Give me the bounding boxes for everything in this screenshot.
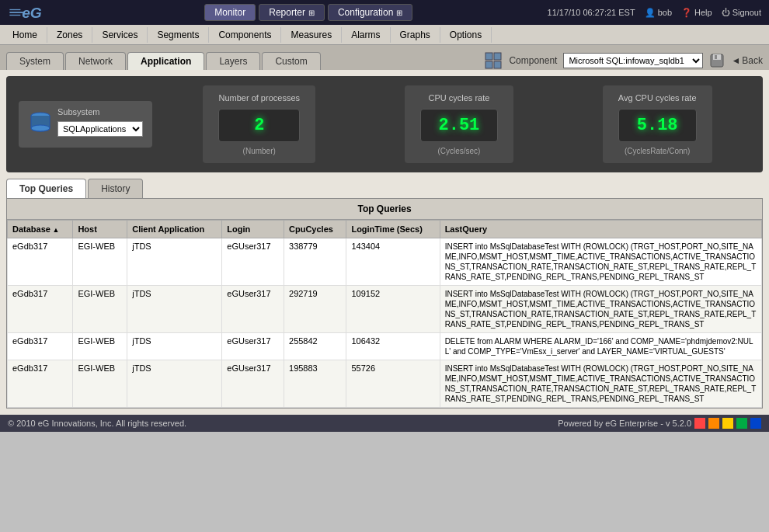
menu-components[interactable]: Components — [209, 27, 281, 43]
metric-panel-cpu-cycles: CPU cycles rate 2.51 (Cycles/sec) — [405, 85, 513, 163]
topbar-right: 11/17/10 06:27:21 EST 👤 bob ❓ Help ⏻ Sig… — [548, 8, 761, 18]
metric-value-processes: 2 — [254, 116, 264, 135]
reporter-button[interactable]: Reporter ⊞ — [259, 4, 325, 21]
menu-zones[interactable]: Zones — [47, 27, 92, 43]
subsystem-label: Subsystem — [57, 107, 143, 116]
cell-cpu-cycles: 292719 — [284, 286, 346, 333]
menu-measures[interactable]: Measures — [281, 27, 342, 43]
color-box-green — [736, 418, 747, 429]
component-select[interactable]: Microsoft SQL:infoway_sqldb1 — [563, 53, 703, 68]
col-host[interactable]: Host — [73, 221, 127, 238]
cell-database: eGdb317 — [8, 238, 73, 286]
menu-graphs[interactable]: Graphs — [391, 27, 440, 43]
cell-login-time: 106432 — [346, 333, 440, 360]
cell-login-time: 143404 — [346, 238, 440, 286]
logo: eG — [8, 2, 70, 23]
configuration-label: Configuration — [338, 7, 393, 18]
metric-title-avg-cpu: Avg CPU cycles rate — [618, 93, 697, 103]
cell-host: EGI-WEB — [73, 360, 127, 408]
signout-link[interactable]: ⏻ Signout — [722, 8, 761, 17]
tab-top-queries[interactable]: Top Queries — [6, 179, 86, 198]
reporter-label: Reporter — [269, 7, 305, 18]
configuration-button[interactable]: Configuration ⊞ — [328, 4, 412, 21]
component-area: Component Microsoft SQL:infoway_sqldb1 ◄… — [484, 51, 763, 70]
back-label: Back — [742, 55, 763, 66]
color-box-yellow — [722, 418, 733, 429]
tab-network[interactable]: Network — [65, 52, 126, 70]
signout-icon: ⏻ — [722, 8, 730, 17]
tab-custom[interactable]: Custom — [262, 52, 320, 70]
col-database[interactable]: Database — [8, 221, 73, 238]
svg-rect-4 — [485, 53, 492, 60]
copyright: © 2010 eG Innovations, Inc. All rights r… — [8, 419, 186, 428]
col-last-query[interactable]: LastQuery — [440, 221, 761, 238]
tabbar: System Network Application Layers Custom… — [0, 45, 769, 70]
cell-last-query: INSERT into MsSqlDatabaseTest WITH (ROWL… — [440, 286, 761, 333]
menu-options[interactable]: Options — [440, 27, 492, 43]
cell-host: EGI-WEB — [73, 333, 127, 360]
table-row: eGdb317 EGI-WEB jTDS eGUser317 338779 14… — [8, 238, 762, 286]
cell-cpu-cycles: 195883 — [284, 360, 346, 408]
cell-login: eGUser317 — [222, 238, 284, 286]
tab-system[interactable]: System — [6, 52, 64, 70]
query-tabs: Top Queries History — [6, 179, 763, 198]
col-cpu-cycles[interactable]: CpuCycles — [284, 221, 346, 238]
color-box-orange — [708, 418, 719, 429]
cell-database: eGdb317 — [8, 286, 73, 333]
col-login-time[interactable]: LoginTime (Secs) — [346, 221, 440, 238]
back-arrow-icon: ◄ — [731, 55, 740, 66]
menu-segments[interactable]: Segments — [148, 27, 209, 43]
tab-application[interactable]: Application — [127, 52, 204, 70]
metric-value-box-avg-cpu: 5.18 — [618, 109, 697, 142]
topbar: eG Monitor Reporter ⊞ Configuration ⊞ 11… — [0, 0, 769, 25]
subsystem-select[interactable]: SQLApplications — [57, 121, 143, 137]
col-login[interactable]: Login — [222, 221, 284, 238]
reporter-icon: ⊞ — [308, 9, 315, 17]
back-button[interactable]: ◄ Back — [731, 55, 763, 66]
tab-history[interactable]: History — [88, 179, 143, 198]
table-container[interactable]: Top Queries Database Host Client Applica… — [6, 198, 763, 409]
svg-rect-6 — [485, 61, 492, 68]
metric-value-box-cpu-cycles: 2.51 — [420, 109, 498, 142]
metric-title-processes: Number of processes — [218, 93, 300, 103]
username: bob — [658, 8, 672, 17]
menu-services[interactable]: Services — [92, 27, 148, 43]
cell-client-app: jTDS — [127, 286, 222, 333]
top-queries-table: Database Host Client Application Login C… — [7, 220, 762, 408]
user-icon: 👤 — [645, 8, 656, 18]
color-box-red — [694, 418, 705, 429]
menu-home[interactable]: Home — [3, 27, 47, 43]
svg-rect-7 — [494, 61, 501, 68]
metrics-panels: Number of processes 2 (Number) CPU cycle… — [165, 85, 750, 163]
cell-login: eGUser317 — [222, 286, 284, 333]
disk-icon[interactable] — [709, 53, 725, 68]
metric-value-cpu-cycles: 2.51 — [439, 116, 480, 135]
cell-client-app: jTDS — [127, 238, 222, 286]
metric-panel-processes: Number of processes 2 (Number) — [203, 85, 315, 163]
table-header-title: Top Queries — [7, 199, 762, 220]
help-link[interactable]: ❓ Help — [681, 8, 712, 18]
table-row: eGdb317 EGI-WEB jTDS eGUser317 255842 10… — [8, 333, 762, 360]
topbar-nav: Monitor Reporter ⊞ Configuration ⊞ — [204, 4, 412, 21]
tab-layers[interactable]: Layers — [206, 52, 260, 70]
menu-alarms[interactable]: Alarms — [342, 27, 390, 43]
cell-last-query: INSERT into MsSqlDatabaseTest WITH (ROWL… — [440, 238, 761, 286]
svg-text:eG: eG — [22, 5, 42, 21]
metric-unit-cpu-cycles: (Cycles/sec) — [420, 147, 498, 155]
cell-cpu-cycles: 338779 — [284, 238, 346, 286]
cell-login-time: 109152 — [346, 286, 440, 333]
table-body: eGdb317 EGI-WEB jTDS eGUser317 338779 14… — [8, 238, 762, 408]
cell-login: eGUser317 — [222, 333, 284, 360]
database-icon — [28, 110, 53, 134]
monitor-button[interactable]: Monitor — [204, 4, 256, 21]
col-client-app[interactable]: Client Application — [127, 221, 222, 238]
metric-title-cpu-cycles: CPU cycles rate — [420, 93, 498, 103]
metric-unit-processes: (Number) — [218, 147, 300, 155]
metric-unit-avg-cpu: (CyclesRate/Conn) — [618, 147, 697, 155]
table-column-headers: Database Host Client Application Login C… — [8, 221, 762, 238]
cell-database: eGdb317 — [8, 360, 73, 408]
metrics-area: Subsystem SQLApplications Number of proc… — [6, 76, 763, 172]
cell-cpu-cycles: 255842 — [284, 333, 346, 360]
footer: © 2010 eG Innovations, Inc. All rights r… — [0, 415, 769, 432]
cell-login-time: 55726 — [346, 360, 440, 408]
